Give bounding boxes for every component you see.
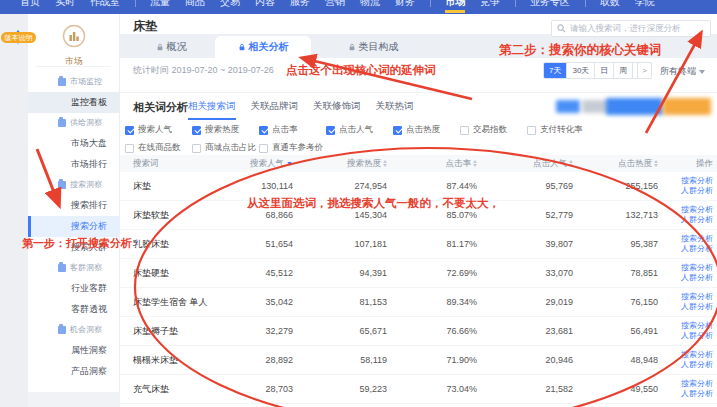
- action-link-人群分析[interactable]: 人群分析: [658, 273, 713, 283]
- metric-搜索热度[interactable]: 搜索热度: [192, 124, 259, 136]
- cell-value: 71.90%: [387, 355, 477, 365]
- nav-item-物流[interactable]: 物流: [360, 0, 380, 13]
- sidebar-item-市场排行[interactable]: 市场排行: [28, 154, 120, 175]
- nav-item-营销[interactable]: 营销: [325, 0, 345, 13]
- action-link-搜索分析[interactable]: 搜索分析: [658, 176, 713, 186]
- subtab-关联品牌词[interactable]: 关联品牌词: [251, 100, 299, 120]
- sidebar-item-属性洞察[interactable]: 属性洞察: [28, 340, 120, 361]
- action-link-搜索分析[interactable]: 搜索分析: [658, 234, 713, 244]
- metric-点击热度[interactable]: 点击热度: [393, 124, 460, 136]
- action-link-人群分析[interactable]: 人群分析: [658, 215, 713, 225]
- sidebar-module[interactable]: 市场: [28, 24, 120, 68]
- action-link-搜索分析[interactable]: 搜索分析: [658, 321, 713, 331]
- checkbox-直通车参考价[interactable]: [259, 144, 268, 153]
- nav-item-学院[interactable]: 学院: [635, 0, 655, 13]
- nav-item-流量[interactable]: 流量: [150, 0, 170, 13]
- nav-item-服务[interactable]: 服务: [290, 0, 310, 13]
- metric-点击人气[interactable]: 点击人气: [326, 124, 393, 136]
- checkbox-支付转化率[interactable]: [527, 126, 536, 135]
- column-header-点击热度[interactable]: 点击热度: [573, 158, 658, 170]
- checkbox-点击热度[interactable]: [393, 126, 402, 135]
- metric-直通车参考价[interactable]: 直通车参考价: [259, 142, 326, 154]
- nav-item-取数[interactable]: 取数: [600, 0, 620, 13]
- metric-在线商品数[interactable]: 在线商品数: [125, 142, 192, 154]
- column-header-搜索热度[interactable]: 搜索热度: [293, 158, 387, 170]
- sidebar-item-搜索排行[interactable]: 搜索排行: [28, 195, 120, 216]
- version-badge[interactable]: 版本说明: [1, 32, 36, 43]
- date-button-30天[interactable]: 30天: [566, 63, 594, 78]
- tab-类目构成[interactable]: 类目构成: [330, 36, 416, 58]
- checkbox-商城点击占比[interactable]: [192, 144, 201, 153]
- sidebar-group-机会洞察[interactable]: 机会洞察: [28, 320, 120, 340]
- search-icon: [557, 24, 566, 33]
- sidebar-group-供给洞察[interactable]: 供给洞察: [28, 113, 120, 133]
- column-header-点击率[interactable]: 点击率: [387, 158, 477, 170]
- date-button-7天[interactable]: 7天: [544, 63, 566, 78]
- sidebar-item-搜索分析[interactable]: 搜索分析: [28, 216, 120, 237]
- metric-商城点击占比[interactable]: 商城点击占比: [192, 142, 259, 154]
- sidebar-item-产品洞察[interactable]: 产品洞察: [28, 361, 120, 382]
- sidebar-group-市场监控[interactable]: 市场监控: [28, 72, 120, 92]
- action-link-搜索分析[interactable]: 搜索分析: [658, 350, 713, 360]
- subtab-关联热词[interactable]: 关联热词: [376, 100, 414, 120]
- sidebar-group-label: 机会洞察: [70, 320, 102, 340]
- nav-item-业务专区[interactable]: 业务专区: [530, 0, 570, 13]
- subtab-关联修饰词[interactable]: 关联修饰词: [313, 100, 361, 120]
- cell-value: 56,491: [573, 326, 658, 336]
- nav-item-市场[interactable]: 市场: [445, 0, 465, 13]
- metric-label: 点击热度: [406, 124, 440, 136]
- tab-相关分析[interactable]: 相关分析: [215, 36, 311, 58]
- action-link-人群分析[interactable]: 人群分析: [658, 186, 713, 196]
- action-link-人群分析[interactable]: 人群分析: [658, 302, 713, 312]
- nav-item-商品[interactable]: 商品: [185, 0, 205, 13]
- lock-icon: [156, 43, 164, 51]
- terminal-filter[interactable]: 所有终端: [660, 65, 705, 78]
- redacted-button-blue[interactable]: [606, 98, 663, 115]
- nav-item-作战室[interactable]: 作战室: [90, 0, 120, 13]
- action-link-搜索分析[interactable]: 搜索分析: [658, 263, 713, 273]
- sidebar-item-行业客群[interactable]: 行业客群: [28, 278, 120, 299]
- nav-item-财务[interactable]: 财务: [395, 0, 415, 13]
- sidebar-item-客群透视[interactable]: 客群透视: [28, 299, 120, 320]
- metric-交易指数[interactable]: 交易指数: [460, 124, 527, 136]
- action-link-人群分析[interactable]: 人群分析: [658, 331, 713, 341]
- action-link-人群分析[interactable]: 人群分析: [658, 244, 713, 254]
- metric-点击率[interactable]: 点击率: [259, 124, 326, 136]
- sidebar-item-市场大盘[interactable]: 市场大盘: [28, 133, 120, 154]
- action-link-搜索分析[interactable]: 搜索分析: [658, 205, 713, 215]
- column-header-搜索人气[interactable]: 搜索人气▼: [248, 158, 293, 170]
- action-link-人群分析[interactable]: 人群分析: [658, 389, 713, 399]
- sidebar-divider: [36, 66, 111, 67]
- nav-item-竞争[interactable]: 竞争: [480, 0, 500, 13]
- date-button-周[interactable]: 周: [613, 63, 632, 78]
- sidebar-item-监控看板[interactable]: 监控看板: [28, 92, 120, 113]
- nav-item-首页[interactable]: 首页: [20, 0, 40, 13]
- cell-term: 乳胶床垫: [133, 238, 248, 251]
- sidebar-group-客群洞察[interactable]: 客群洞察: [28, 258, 120, 278]
- metric-支付转化率[interactable]: 支付转化率: [527, 124, 594, 136]
- redacted-button-orange[interactable]: [663, 98, 711, 115]
- sidebar-group-搜索洞察[interactable]: 搜索洞察: [28, 175, 120, 195]
- tab-概况[interactable]: 概况: [140, 36, 202, 58]
- checkbox-点击人气[interactable]: [326, 126, 335, 135]
- subtab-相关搜索词[interactable]: 相关搜索词: [188, 100, 236, 120]
- nav-item-内容[interactable]: 内容: [255, 0, 275, 13]
- nav-item-交易[interactable]: 交易: [220, 0, 240, 13]
- next-page-button[interactable]: >: [637, 62, 652, 79]
- checkbox-点击率[interactable]: [259, 126, 268, 135]
- checkbox-在线商品数[interactable]: [125, 144, 134, 153]
- checkbox-搜索热度[interactable]: [192, 126, 201, 135]
- nav-item-实时[interactable]: 实时: [55, 0, 75, 13]
- metric-搜索人气[interactable]: 搜索人气: [125, 124, 192, 136]
- date-button-日[interactable]: 日: [594, 63, 613, 78]
- action-link-人群分析[interactable]: 人群分析: [658, 360, 713, 370]
- checkbox-搜索人气[interactable]: [125, 126, 134, 135]
- cell-value: 76,150: [573, 297, 658, 307]
- table-row: 床垫褥子垫32,27965,67176.66%23,68156,491搜索分析人…: [120, 317, 717, 346]
- action-link-搜索分析[interactable]: 搜索分析: [658, 292, 713, 302]
- sidebar: 市场 市场监控监控看板供给洞察市场大盘市场排行搜索洞察搜索排行搜索分析搜索人群客…: [28, 14, 120, 392]
- checkbox-交易指数[interactable]: [460, 126, 469, 135]
- action-link-搜索分析[interactable]: 搜索分析: [658, 379, 713, 389]
- column-header-点击人气[interactable]: 点击人气: [477, 158, 573, 170]
- search-input[interactable]: 请输入搜索词，进行深度分析: [551, 20, 711, 37]
